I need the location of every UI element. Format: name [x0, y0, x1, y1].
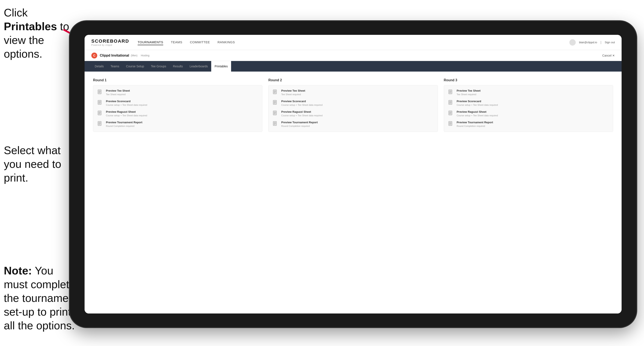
round-1-tournament-report-text: Preview Tournament Report Round Completi…: [106, 121, 142, 127]
brand-logo: SCOREBOARD Powered by clippd: [91, 38, 129, 46]
instruction-bottom: Note: You must complete the tournament s…: [4, 264, 80, 333]
main-content: Round 1 Preview Tee Sheet Tee Sheet requ…: [84, 72, 622, 314]
round-2-raguzzi-label: Preview Raguzzi Sheet: [281, 110, 322, 114]
instruction-bottom-text: Note: You must complete the tournament s…: [4, 265, 78, 332]
round-2-raguzzi-text: Preview Raguzzi Sheet Course setup + Tee…: [281, 110, 322, 117]
round-2-tournament-report-sublabel: Round Completion required: [281, 125, 318, 127]
round-2-tournament-report-text: Preview Tournament Report Round Completi…: [281, 121, 318, 127]
round-3-scorecard-label: Preview Scorecard: [457, 100, 498, 103]
tablet-screen: SCOREBOARD Powered by clippd TOURNAMENTS…: [84, 35, 622, 314]
round-1-raguzzi[interactable]: Preview Raguzzi Sheet Course setup + Tee…: [98, 110, 258, 117]
tab-tee-groups[interactable]: Tee Groups: [148, 61, 170, 72]
nav-teams[interactable]: TEAMS: [171, 39, 182, 45]
round-1-tournament-report-sublabel: Round Completion required: [106, 125, 142, 127]
round-1-tournament-report-label: Preview Tournament Report: [106, 121, 142, 124]
top-navigation: SCOREBOARD Powered by clippd TOURNAMENTS…: [84, 35, 622, 50]
round-3-tournament-report-text: Preview Tournament Report Round Completi…: [457, 121, 493, 127]
round-1-title: Round 1: [93, 78, 262, 82]
round-3-card: Preview Tee Sheet Tee Sheet required Pre…: [444, 85, 613, 132]
scorecard-icon: [98, 100, 104, 107]
tournament-status: Hosting: [141, 54, 150, 57]
round-3-tournament-report-sublabel: Round Completion required: [457, 125, 493, 127]
round-1-raguzzi-sublabel: Course setup + Tee Sheet data required: [106, 114, 147, 117]
note-keyword: Note:: [4, 265, 32, 277]
tab-teams[interactable]: Teams: [107, 61, 123, 72]
round-1-tee-sheet-sublabel: Tee Sheet required: [106, 93, 130, 96]
round-2-scorecard-label: Preview Scorecard: [281, 100, 322, 103]
round-2-title: Round 2: [268, 78, 438, 82]
r3-raguzzi-icon: [448, 111, 454, 117]
round-2-tee-sheet-text: Preview Tee Sheet Tee Sheet required: [281, 89, 305, 96]
round-3-tee-sheet-text: Preview Tee Sheet Tee Sheet required: [457, 89, 480, 96]
user-email: blair@clippd.io: [579, 41, 597, 44]
tab-leaderboards[interactable]: Leaderboards: [186, 61, 211, 72]
round-2-raguzzi[interactable]: Preview Raguzzi Sheet Course setup + Tee…: [273, 110, 433, 117]
round-2-scorecard-sublabel: Course setup + Tee Sheet data required: [281, 104, 322, 106]
tab-bar: Details Teams Course Setup Tee Groups Re…: [84, 61, 622, 72]
instruction-mid-text: Select what you need to print.: [4, 144, 61, 184]
round-2-tournament-report-label: Preview Tournament Report: [281, 121, 318, 124]
round-2-card: Preview Tee Sheet Tee Sheet required Pre…: [268, 85, 438, 132]
round-3-raguzzi-label: Preview Raguzzi Sheet: [457, 110, 498, 114]
r3-tee-sheet-icon: [448, 90, 454, 96]
nav-links: TOURNAMENTS TEAMS COMMITTEE RANKINGS: [138, 39, 569, 45]
round-1-scorecard-sublabel: Course setup + Tee Sheet data required: [106, 104, 147, 106]
sign-out-link[interactable]: Sign out: [605, 41, 615, 44]
round-2-tee-sheet[interactable]: Preview Tee Sheet Tee Sheet required: [273, 89, 433, 96]
raguzzi-icon: [98, 111, 104, 117]
round-1-raguzzi-label: Preview Raguzzi Sheet: [106, 110, 147, 114]
tab-results[interactable]: Results: [170, 61, 186, 72]
round-1-column: Round 1 Preview Tee Sheet Tee Sheet requ…: [93, 78, 262, 132]
tab-details[interactable]: Details: [91, 61, 107, 72]
round-3-raguzzi-sublabel: Course setup + Tee Sheet data required: [457, 114, 498, 117]
round-3-tournament-report-label: Preview Tournament Report: [457, 121, 493, 124]
round-2-tee-sheet-label: Preview Tee Sheet: [281, 89, 305, 93]
round-3-raguzzi[interactable]: Preview Raguzzi Sheet Course setup + Tee…: [448, 110, 609, 117]
cancel-button[interactable]: Cancel ✕: [602, 54, 615, 57]
round-1-scorecard-text: Preview Scorecard Course setup + Tee She…: [106, 100, 147, 106]
round-3-scorecard[interactable]: Preview Scorecard Course setup + Tee She…: [448, 100, 609, 107]
round-1-tournament-report[interactable]: Preview Tournament Report Round Completi…: [98, 121, 258, 128]
nav-committee[interactable]: COMMITTEE: [190, 39, 210, 45]
tournament-report-icon: [98, 121, 104, 128]
user-avatar: [569, 39, 576, 46]
tournament-name: Clippd Invitational: [100, 54, 129, 57]
round-1-tee-sheet[interactable]: Preview Tee Sheet Tee Sheet required: [98, 89, 258, 96]
round-2-raguzzi-sublabel: Course setup + Tee Sheet data required: [281, 114, 322, 117]
round-1-tee-sheet-label: Preview Tee Sheet: [106, 89, 130, 93]
r2-raguzzi-icon: [273, 111, 279, 117]
round-3-column: Round 3 Preview Tee Sheet Tee Sheet requ…: [444, 78, 613, 132]
r2-tournament-report-icon: [273, 121, 279, 128]
round-2-column: Round 2 Preview Tee Sheet Tee Sheet requ…: [268, 78, 438, 132]
round-3-tee-sheet-label: Preview Tee Sheet: [457, 89, 480, 93]
tournament-tag: (Men): [131, 54, 138, 57]
round-3-tee-sheet-sublabel: Tee Sheet required: [457, 93, 480, 96]
round-3-tournament-report[interactable]: Preview Tournament Report Round Completi…: [448, 121, 609, 128]
round-3-scorecard-sublabel: Course setup + Tee Sheet data required: [457, 104, 498, 106]
round-3-tee-sheet[interactable]: Preview Tee Sheet Tee Sheet required: [448, 89, 609, 96]
rounds-grid: Round 1 Preview Tee Sheet Tee Sheet requ…: [93, 78, 613, 132]
round-2-scorecard-text: Preview Scorecard Course setup + Tee She…: [281, 100, 322, 106]
tournament-logo: C: [91, 53, 97, 58]
tournament-bar: C Clippd Invitational (Men) Hosting Canc…: [84, 50, 622, 61]
instruction-mid: Select what you need to print.: [4, 144, 76, 185]
r2-scorecard-icon: [273, 100, 279, 107]
round-3-title: Round 3: [444, 78, 613, 82]
tab-course-setup[interactable]: Course Setup: [123, 61, 148, 72]
round-2-tournament-report[interactable]: Preview Tournament Report Round Completi…: [273, 121, 433, 128]
round-2-tee-sheet-sublabel: Tee Sheet required: [281, 93, 305, 96]
printables-keyword: Printables: [4, 20, 57, 32]
nav-tournaments[interactable]: TOURNAMENTS: [138, 39, 163, 45]
nav-right: blair@clippd.io | Sign out: [569, 39, 615, 46]
round-1-raguzzi-text: Preview Raguzzi Sheet Course setup + Tee…: [106, 110, 147, 117]
r3-tournament-report-icon: [448, 121, 454, 128]
nav-rankings[interactable]: RANKINGS: [218, 39, 235, 45]
tablet-device: SCOREBOARD Powered by clippd TOURNAMENTS…: [70, 21, 636, 327]
round-1-tee-sheet-text: Preview Tee Sheet Tee Sheet required: [106, 89, 130, 96]
round-3-scorecard-text: Preview Scorecard Course setup + Tee She…: [457, 100, 498, 106]
round-2-scorecard[interactable]: Preview Scorecard Course setup + Tee She…: [273, 100, 433, 107]
tab-printables[interactable]: Printables: [211, 61, 231, 72]
tee-sheet-icon: [98, 90, 104, 96]
round-1-scorecard-label: Preview Scorecard: [106, 100, 147, 103]
round-1-scorecard[interactable]: Preview Scorecard Course setup + Tee She…: [98, 100, 258, 107]
